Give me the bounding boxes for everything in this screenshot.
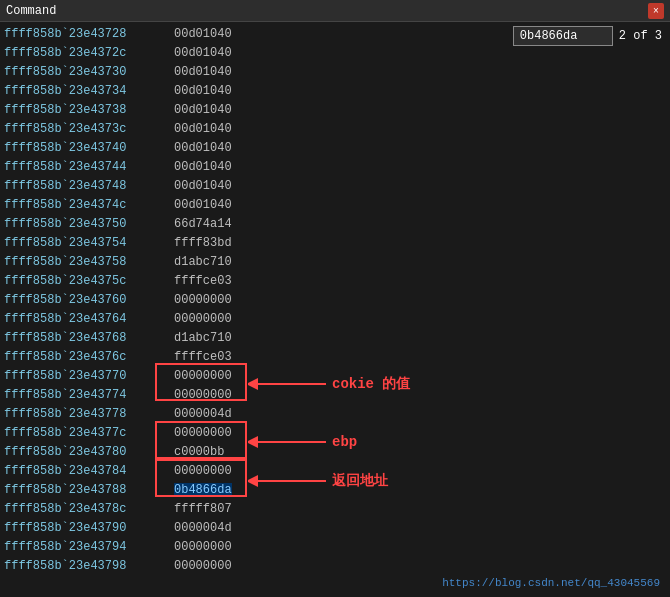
- address-cell: ffff858b`23e43738: [4, 103, 174, 117]
- search-box: 2 of 3: [513, 26, 662, 46]
- address-cell: ffff858b`23e43768: [4, 331, 174, 345]
- table-row: ffff858b`23e4376000000000: [0, 290, 670, 309]
- value-cell: 00d01040: [174, 46, 232, 60]
- address-cell: ffff858b`23e4375c: [4, 274, 174, 288]
- table-row: ffff858b`23e437780000004d: [0, 404, 670, 423]
- table-row: ffff858b`23e437900000004d: [0, 518, 670, 537]
- table-row: ffff858b`23e4378400000000: [0, 461, 670, 480]
- address-cell: ffff858b`23e43798: [4, 559, 174, 573]
- address-cell: ffff858b`23e4374c: [4, 198, 174, 212]
- value-cell: 00d01040: [174, 198, 232, 212]
- main-content: ffff858b`23e4372800d01040ffff858b`23e437…: [0, 22, 670, 597]
- value-cell: 00d01040: [174, 84, 232, 98]
- table-row: ffff858b`23e43758d1abc710: [0, 252, 670, 271]
- value-cell: 66d74a14: [174, 217, 232, 231]
- table-row: ffff858b`23e43768d1abc710: [0, 328, 670, 347]
- table-row: ffff858b`23e4377400000000: [0, 385, 670, 404]
- address-cell: ffff858b`23e43780: [4, 445, 174, 459]
- window-title: Command: [6, 4, 56, 18]
- value-cell: d1abc710: [174, 255, 232, 269]
- value-cell: 0b4866da: [174, 483, 232, 497]
- value-cell: 00000000: [174, 293, 232, 307]
- value-cell: 0000004d: [174, 407, 232, 421]
- table-row: ffff858b`23e4374400d01040: [0, 157, 670, 176]
- address-cell: ffff858b`23e43758: [4, 255, 174, 269]
- address-cell: ffff858b`23e43770: [4, 369, 174, 383]
- address-cell: ffff858b`23e43728: [4, 27, 174, 41]
- value-cell: 00d01040: [174, 122, 232, 136]
- value-cell: ffffce03: [174, 350, 232, 364]
- address-cell: ffff858b`23e4376c: [4, 350, 174, 364]
- table-row: ffff858b`23e4373400d01040: [0, 81, 670, 100]
- table-row: ffff858b`23e43780c0000bb: [0, 442, 670, 461]
- table-row: ffff858b`23e4379400000000: [0, 537, 670, 556]
- title-bar: Command ×: [0, 0, 670, 22]
- value-cell: 00000000: [174, 540, 232, 554]
- value-cell: fffff807: [174, 502, 232, 516]
- value-cell: 00000000: [174, 388, 232, 402]
- table-row: ffff858b`23e4377000000000: [0, 366, 670, 385]
- address-cell: ffff858b`23e43750: [4, 217, 174, 231]
- value-cell: 00000000: [174, 312, 232, 326]
- address-cell: ffff858b`23e4377c: [4, 426, 174, 440]
- address-cell: ffff858b`23e4373c: [4, 122, 174, 136]
- address-cell: ffff858b`23e43794: [4, 540, 174, 554]
- table-row: ffff858b`23e4376cffffce03: [0, 347, 670, 366]
- value-cell: 00000000: [174, 464, 232, 478]
- value-cell: 00000000: [174, 559, 232, 573]
- value-cell: 00d01040: [174, 65, 232, 79]
- table-row: ffff858b`23e4378cfffff807: [0, 499, 670, 518]
- table-row: ffff858b`23e437880b4866da: [0, 480, 670, 499]
- address-cell: ffff858b`23e4372c: [4, 46, 174, 60]
- table-row: ffff858b`23e4376400000000: [0, 309, 670, 328]
- value-cell: c0000bb: [174, 445, 224, 459]
- table-row: ffff858b`23e4377c00000000: [0, 423, 670, 442]
- address-cell: ffff858b`23e43790: [4, 521, 174, 535]
- table-row: ffff858b`23e4375cffffce03: [0, 271, 670, 290]
- table-row: ffff858b`23e4374800d01040: [0, 176, 670, 195]
- table-row: ffff858b`23e4379800000000: [0, 556, 670, 575]
- address-cell: ffff858b`23e43744: [4, 160, 174, 174]
- address-cell: ffff858b`23e43764: [4, 312, 174, 326]
- value-cell: 00d01040: [174, 179, 232, 193]
- value-cell: 00d01040: [174, 27, 232, 41]
- address-cell: ffff858b`23e43784: [4, 464, 174, 478]
- table-row: ffff858b`23e4374000d01040: [0, 138, 670, 157]
- value-cell: 0000004d: [174, 521, 232, 535]
- address-cell: ffff858b`23e43748: [4, 179, 174, 193]
- address-cell: ffff858b`23e43734: [4, 84, 174, 98]
- address-cell: ffff858b`23e43788: [4, 483, 174, 497]
- code-area: ffff858b`23e4372800d01040ffff858b`23e437…: [0, 22, 670, 597]
- value-cell: 00000000: [174, 426, 232, 440]
- table-row: ffff858b`23e4373c00d01040: [0, 119, 670, 138]
- address-cell: ffff858b`23e43740: [4, 141, 174, 155]
- search-result-label: 2 of 3: [619, 29, 662, 43]
- table-row: ffff858b`23e4375066d74a14: [0, 214, 670, 233]
- table-row: ffff858b`23e4374c00d01040: [0, 195, 670, 214]
- address-cell: ffff858b`23e43754: [4, 236, 174, 250]
- address-cell: ffff858b`23e4378c: [4, 502, 174, 516]
- close-button[interactable]: ×: [648, 3, 664, 19]
- table-row: ffff858b`23e4373800d01040: [0, 100, 670, 119]
- value-cell: 00d01040: [174, 103, 232, 117]
- url-label: https://blog.csdn.net/qq_43045569: [442, 577, 660, 589]
- address-cell: ffff858b`23e43778: [4, 407, 174, 421]
- value-cell: 00000000: [174, 369, 232, 383]
- value-cell: d1abc710: [174, 331, 232, 345]
- address-cell: ffff858b`23e43760: [4, 293, 174, 307]
- address-cell: ffff858b`23e43774: [4, 388, 174, 402]
- search-input[interactable]: [513, 26, 613, 46]
- address-cell: ffff858b`23e43730: [4, 65, 174, 79]
- table-row: ffff858b`23e4373000d01040: [0, 62, 670, 81]
- value-cell: ffffce03: [174, 274, 232, 288]
- table-row: ffff858b`23e43754ffff83bd: [0, 233, 670, 252]
- value-cell: 00d01040: [174, 141, 232, 155]
- value-cell: ffff83bd: [174, 236, 232, 250]
- value-cell: 00d01040: [174, 160, 232, 174]
